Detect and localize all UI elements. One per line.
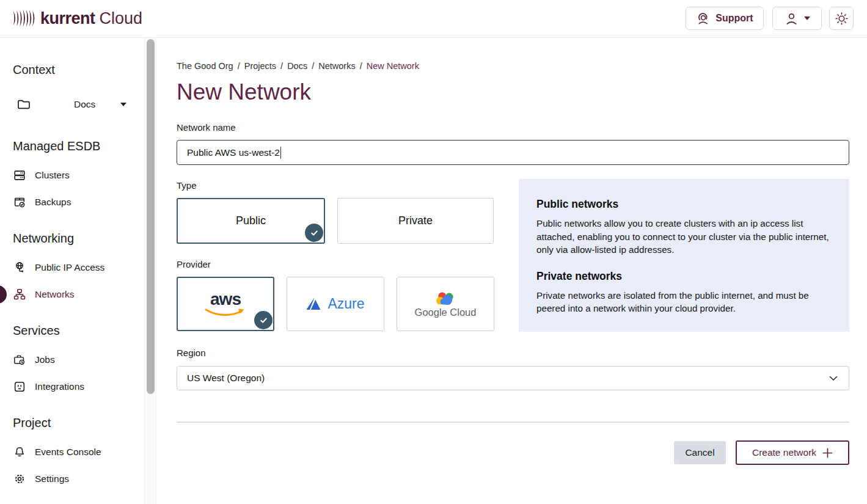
sidebar-item-label: Clusters	[35, 170, 70, 181]
text-cursor	[280, 147, 282, 159]
network-tree-icon	[13, 288, 26, 301]
info-body-private: Private networks are isolated from the p…	[536, 289, 832, 315]
check-icon	[310, 228, 319, 238]
sidebar-item-label: Settings	[35, 473, 69, 484]
theme-toggle-button[interactable]	[829, 7, 854, 30]
region-select[interactable]: US West (Oregon)	[177, 366, 849, 390]
sidebar-item-label: Backups	[35, 197, 71, 208]
region-label: Region	[177, 348, 206, 358]
provider-option-aws[interactable]: aws	[177, 277, 274, 331]
plus-icon	[822, 448, 833, 458]
breadcrumb: The Good Org/Projects/Docs/Networks/New …	[177, 61, 419, 71]
sun-icon	[835, 12, 849, 26]
breadcrumb-item-org[interactable]: The Good Org	[177, 61, 233, 71]
provider-label: Provider	[177, 259, 211, 269]
page-title: New Network	[177, 79, 311, 105]
breadcrumb-item-networks[interactable]: Networks	[318, 61, 355, 71]
provider-option-azure[interactable]: Azure	[287, 277, 384, 331]
create-network-label: Create network	[752, 447, 816, 458]
support-label: Support	[715, 13, 753, 24]
cancel-button[interactable]: Cancel	[674, 441, 726, 464]
sidebar-context-selector-docs[interactable]: Docs	[13, 95, 139, 114]
type-option-label: Private	[398, 214, 433, 227]
info-heading-public: Public networks	[536, 198, 832, 211]
sidebar-scrollbar[interactable]	[144, 38, 156, 504]
context-selected-label: Docs	[74, 99, 95, 110]
headset-icon	[696, 12, 710, 26]
sidebar-item-jobs[interactable]: Jobs	[13, 351, 139, 369]
aws-smile-icon	[203, 308, 247, 318]
kurrent-waves-icon	[12, 8, 37, 29]
user-menu-button[interactable]	[772, 7, 822, 30]
scrollbar-thumb[interactable]	[147, 39, 155, 394]
sidebar-item-events-console[interactable]: Events Console	[13, 443, 139, 461]
chevron-down-icon	[829, 376, 838, 381]
sidebar-heading-services: Services	[13, 324, 60, 338]
azure-mark-icon	[306, 298, 322, 310]
google-cloud-mark-icon	[434, 290, 456, 306]
chevron-down-icon	[804, 16, 810, 20]
sidebar-item-label: Jobs	[35, 354, 55, 365]
breadcrumb-item-projects[interactable]: Projects	[244, 61, 276, 71]
logo-brand-text: kurrent	[40, 9, 95, 28]
provider-option-google-cloud[interactable]: Google Cloud	[397, 277, 494, 331]
clusters-icon	[13, 169, 26, 182]
selected-check-badge	[254, 311, 273, 329]
backups-icon	[13, 195, 26, 209]
check-icon	[259, 316, 268, 325]
sidebar: Context Docs Managed ESDB Clusters Backu…	[0, 38, 144, 504]
sidebar-heading-networking: Networking	[13, 232, 74, 246]
breadcrumb-item-docs[interactable]: Docs	[287, 61, 307, 71]
gear-icon	[13, 472, 26, 486]
sidebar-item-networks[interactable]: Networks	[13, 285, 139, 304]
network-name-input[interactable]: Public AWS us-west-2	[177, 140, 849, 165]
region-selected-value: US West (Oregon)	[187, 373, 265, 384]
sidebar-heading-managed-esdb: Managed ESDB	[13, 139, 100, 153]
user-icon	[785, 12, 799, 26]
kurrent-cloud-logo[interactable]: kurrent Cloud	[12, 8, 142, 29]
logo-suffix-text: Cloud	[100, 9, 143, 28]
info-body-public: Public networks allow you to create clus…	[536, 217, 832, 257]
sidebar-item-settings[interactable]: Settings	[13, 470, 139, 488]
sidebar-item-backups[interactable]: Backups	[13, 193, 139, 211]
outlet-icon	[13, 380, 26, 393]
footer-divider	[177, 422, 849, 423]
top-header: kurrent Cloud Support	[0, 0, 867, 38]
google-cloud-logo: Google Cloud	[415, 290, 477, 318]
selected-check-badge	[305, 224, 323, 242]
sidebar-item-integrations[interactable]: Integrations	[13, 378, 139, 396]
folder-icon	[16, 97, 31, 112]
briefcase-clock-icon	[13, 353, 26, 367]
info-heading-private: Private networks	[536, 270, 832, 283]
create-network-button[interactable]: Create network	[736, 440, 849, 465]
chevron-down-icon	[120, 103, 126, 106]
bell-icon	[13, 445, 26, 459]
sidebar-item-label: Networks	[35, 289, 75, 300]
type-option-private[interactable]: Private	[337, 198, 494, 244]
breadcrumb-current: New Network	[367, 61, 419, 71]
sidebar-item-label: Public IP Access	[35, 262, 104, 273]
sidebar-heading-context: Context	[13, 63, 55, 77]
sidebar-item-label: Events Console	[35, 447, 101, 458]
azure-logo: Azure	[306, 296, 364, 312]
main-content: The Good Org/Projects/Docs/Networks/New …	[156, 38, 867, 504]
support-button[interactable]: Support	[686, 7, 764, 30]
network-name-label: Network name	[177, 122, 236, 133]
type-label: Type	[177, 180, 197, 191]
sidebar-item-clusters[interactable]: Clusters	[13, 166, 139, 184]
sidebar-item-label: Integrations	[35, 381, 84, 392]
type-option-public[interactable]: Public	[177, 198, 325, 244]
sidebar-item-public-ip-access[interactable]: Public IP Access	[13, 258, 139, 277]
network-types-info-panel: Public networks Public networks allow yo…	[519, 179, 849, 332]
sidebar-heading-project: Project	[13, 416, 51, 430]
active-item-indicator	[0, 285, 7, 304]
type-option-label: Public	[236, 214, 266, 227]
aws-logo: aws	[203, 291, 247, 318]
globe-network-icon	[13, 261, 26, 274]
network-name-value: Public AWS us-west-2	[187, 147, 280, 158]
